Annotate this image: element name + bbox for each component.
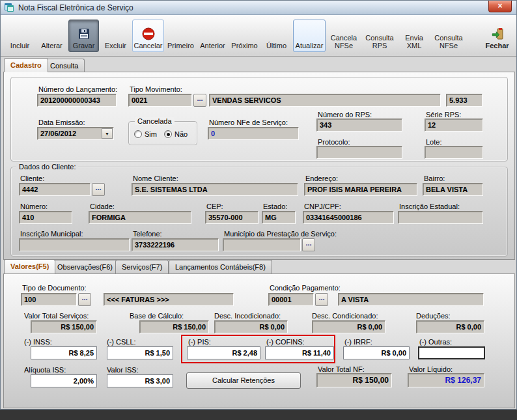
toolbar-button-ultimo[interactable]: Último	[261, 20, 292, 52]
numero-endereco-field[interactable]: 410	[19, 211, 72, 224]
close-button[interactable]: ×	[488, 1, 512, 12]
cancelada-group-title: Cancelada	[135, 117, 175, 125]
toolbar-button-consulta-nfse-label: Consulta NFSe	[432, 34, 466, 49]
cnpj-cpf-field[interactable]: 03341645000186	[303, 211, 394, 224]
outras-label: (-) Outras:	[419, 338, 452, 346]
tab-lancamentos-contabeis[interactable]: Lançamentos Contábeis(F8)	[169, 260, 272, 273]
toolbar-button-atualizar[interactable]: Atualizar	[293, 20, 326, 52]
aliquota-iss-label: Alíquota ISS:	[24, 366, 66, 374]
toolbar-button-gravar[interactable]: Gravar	[68, 20, 99, 52]
cep-field[interactable]: 35570-000	[205, 211, 258, 224]
csll-label: (-) CSLL:	[107, 338, 136, 346]
serie-rps-field[interactable]: 12	[425, 119, 483, 132]
application-window: Nota Fiscal Eletrônica de Serviço × Incl…	[0, 0, 517, 410]
window-title: Nota Fiscal Eletrônica de Serviço	[18, 3, 133, 12]
nome-cliente-field[interactable]: S.E. SISTEMAS LTDA	[132, 183, 298, 196]
municipio-prestacao-field[interactable]	[223, 238, 301, 251]
data-emissao-value: 27/06/2012	[40, 130, 76, 137]
inss-field[interactable]: R$ 8,25	[31, 346, 97, 359]
toolbar-button-ultimo-label: Último	[266, 42, 286, 49]
valor-total-nf-field[interactable]: R$ 150,00	[316, 373, 392, 387]
app-icon	[4, 1, 14, 14]
cidade-label: Cidade:	[90, 203, 115, 211]
toolbar-button-cancela-nfse[interactable]: Cancela NFSe	[327, 20, 361, 52]
irrf-field[interactable]: R$ 0,00	[343, 346, 410, 359]
inscricao-estadual-field[interactable]	[398, 211, 483, 224]
cliente-lookup-button[interactable]: ...	[92, 183, 105, 196]
close-icon: ×	[497, 1, 502, 10]
deducoes-field[interactable]: R$ 0,00	[416, 320, 484, 333]
valor-liquido-field[interactable]: R$ 126,37	[408, 373, 484, 387]
cancelada-sim-radio[interactable]: Sim	[134, 130, 157, 138]
tab-servicos[interactable]: Serviços(F7)	[115, 260, 169, 273]
calcular-retencoes-button[interactable]: Calcular Retenções	[186, 372, 301, 389]
numero-endereco-label: Número:	[20, 203, 48, 211]
tab-cadastro[interactable]: Cadastro	[4, 58, 48, 72]
inscricao-municipal-label: Inscrição Municipal:	[20, 230, 83, 238]
no-entry-icon	[142, 27, 155, 40]
toolbar-button-envia-xml[interactable]: Envia XML	[398, 20, 430, 52]
condicao-pagamento-lookup-button[interactable]: ...	[315, 293, 328, 306]
toolbar-button-cancelar[interactable]: Cancelar	[132, 20, 164, 52]
numero-rps-field[interactable]: 343	[316, 119, 402, 132]
toolbar-button-anterior[interactable]: Anterior	[197, 20, 228, 52]
condicao-pagamento-field[interactable]: 00001	[268, 293, 314, 306]
cofins-field[interactable]: R$ 11,40	[265, 346, 334, 359]
tipo-movimento-desc-field[interactable]: VENDAS SERVICOS	[209, 94, 441, 107]
dados-cliente-group-title: Dados do Cliente:	[16, 163, 78, 171]
tipo-movimento-lookup-button[interactable]: ...	[193, 94, 206, 107]
tipo-movimento-cod-field[interactable]: 5.933	[446, 94, 482, 107]
toolbar-button-consulta-rps[interactable]: Consulta RPS	[362, 20, 397, 52]
floppy-disk-icon	[78, 27, 90, 40]
lote-field[interactable]	[425, 146, 483, 159]
numero-lancamento-label: Número do Lançamento:	[38, 85, 117, 94]
protocolo-field[interactable]	[316, 146, 402, 159]
tab-valores[interactable]: Valores(F5)	[4, 259, 55, 273]
nome-cliente-label: Nome Cliente:	[133, 175, 178, 183]
bairro-field[interactable]: BELA VISTA	[423, 183, 483, 196]
csll-field[interactable]: R$ 1,50	[107, 346, 173, 359]
toolbar-button-cancelar-label: Cancelar	[133, 42, 162, 49]
endereco-field[interactable]: PROF ISIS MARIA PEREIRA	[304, 183, 417, 196]
desc-incondicionado-field[interactable]: R$ 0,00	[214, 320, 288, 333]
municipio-lookup-button[interactable]: ...	[302, 238, 315, 251]
cancelada-nao-radio[interactable]: Não	[164, 130, 188, 138]
toolbar-button-consulta-nfse[interactable]: Consulta NFSe	[431, 20, 466, 52]
data-emissao-combobox[interactable]: 27/06/2012 ▼	[37, 127, 114, 140]
desc-condicionado-field[interactable]: R$ 0,00	[312, 320, 385, 333]
condicao-pagamento-desc-field[interactable]: A VISTA	[338, 293, 484, 306]
toolbar-button-incluir-label: Incluir	[10, 42, 29, 49]
valor-iss-field[interactable]: R$ 3,00	[107, 374, 173, 387]
base-calculo-label: Base de Cálculo:	[130, 312, 184, 320]
inscricao-municipal-field[interactable]	[19, 238, 130, 251]
cidade-field[interactable]: FORMIGA	[89, 211, 191, 224]
radio-selected-icon	[164, 130, 172, 138]
tipo-documento-field[interactable]: 100	[21, 293, 77, 306]
dropdown-arrow-icon[interactable]: ▼	[102, 128, 113, 139]
cliente-field[interactable]: 4442	[19, 183, 91, 196]
outras-field[interactable]	[418, 346, 485, 359]
nfe-servico-field[interactable]: 0	[208, 127, 299, 140]
base-calculo-field[interactable]: R$ 150,00	[139, 320, 209, 333]
valor-total-servicos-field[interactable]: R$ 150,00	[31, 320, 97, 333]
tipo-documento-desc-field[interactable]: <<< FATURAS >>>	[104, 293, 234, 306]
toolbar-button-incluir[interactable]: Incluir	[5, 20, 35, 52]
telefone-label: Telefone:	[133, 230, 162, 238]
toolbar-button-excluir[interactable]: Excluir	[100, 20, 131, 52]
toolbar-button-primeiro[interactable]: Primeiro	[165, 20, 196, 52]
tab-observacoes[interactable]: Observações(F6)	[51, 260, 119, 273]
tipo-movimento-field[interactable]: 0021	[128, 94, 192, 107]
numero-lancamento-field[interactable]: 201200000000343	[37, 94, 117, 107]
tipo-documento-lookup-button[interactable]: ...	[78, 293, 91, 306]
toolbar-button-alterar[interactable]: Alterar	[36, 20, 67, 52]
cofins-label: (-) COFINS:	[266, 338, 305, 346]
data-emissao-label: Data Emissão:	[38, 119, 85, 127]
toolbar-button-fechar[interactable]: Fechar	[482, 20, 512, 52]
aliquota-iss-field[interactable]: 2,00%	[31, 374, 97, 387]
estado-field[interactable]: MG	[262, 211, 296, 224]
title-bar[interactable]: Nota Fiscal Eletrônica de Serviço ×	[1, 1, 516, 15]
pis-field[interactable]: R$ 2,48	[187, 346, 260, 359]
telefone-field[interactable]: 3733222196	[132, 238, 219, 251]
toolbar-button-proximo[interactable]: Próximo	[229, 20, 260, 52]
tab-consulta[interactable]: Consulta	[44, 59, 85, 72]
